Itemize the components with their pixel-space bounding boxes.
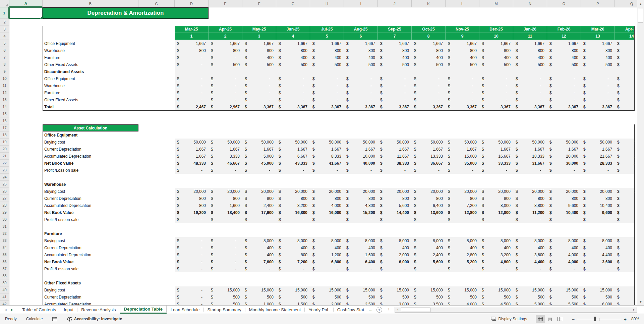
value-cell[interactable]: $- — [615, 89, 635, 96]
value-cell[interactable]: $500 — [344, 293, 378, 301]
value-cell[interactable]: $- — [209, 167, 242, 174]
column-header-M[interactable]: M — [479, 0, 513, 7]
value-cell[interactable]: $8,000 — [547, 237, 581, 244]
value-cell[interactable]: $- — [547, 216, 581, 223]
value-cell[interactable]: $48,333 — [175, 160, 209, 167]
value-cell[interactable]: $2,400 — [412, 251, 446, 258]
value-cell[interactable]: $- — [412, 216, 446, 223]
value-cell[interactable]: $7,200 — [446, 202, 479, 209]
value-cell[interactable]: $1,667 — [242, 40, 276, 47]
value-cell[interactable]: $400 — [615, 54, 635, 61]
row-header-36[interactable]: 36 — [0, 258, 9, 265]
row-header-23[interactable]: 23 — [0, 167, 9, 174]
month-header-cell[interactable]: Feb-26 — [547, 26, 581, 33]
row-header-12[interactable]: 12 — [0, 89, 9, 96]
value-cell[interactable]: $- — [615, 265, 635, 272]
value-cell[interactable]: $800 — [615, 195, 635, 202]
value-cell[interactable]: $1,667 — [276, 40, 310, 47]
empty-cell[interactable] — [138, 139, 175, 146]
value-cell[interactable]: $3,600 — [513, 251, 547, 258]
value-cell[interactable]: $500 — [242, 61, 276, 68]
value-cell[interactable]: $- — [242, 82, 276, 89]
value-cell[interactable] — [378, 131, 412, 139]
value-cell[interactable]: $- — [513, 89, 547, 96]
row-label-cell[interactable]: Warehouse — [43, 47, 138, 54]
row-header-8[interactable]: 8 — [0, 61, 9, 68]
value-cell[interactable]: $- — [175, 293, 209, 301]
value-cell[interactable]: $- — [175, 216, 209, 223]
value-cell[interactable]: $- — [479, 75, 513, 82]
value-cell[interactable]: $41,667 — [310, 160, 344, 167]
empty-cell[interactable] — [138, 293, 175, 301]
empty-cell[interactable] — [138, 146, 175, 153]
sheet-tab-depreciation-table[interactable]: Depreciation Table — [120, 306, 167, 314]
macro-record-icon[interactable] — [52, 317, 57, 321]
empty-cell[interactable] — [9, 153, 43, 160]
value-cell[interactable] — [581, 279, 615, 286]
value-cell[interactable]: $3,367 — [276, 103, 310, 110]
row-header-10[interactable]: 10 — [0, 75, 9, 82]
value-cell[interactable]: $35,000 — [446, 160, 479, 167]
value-cell[interactable] — [615, 68, 635, 75]
value-cell[interactable]: $800 — [547, 47, 581, 54]
value-cell[interactable]: $6,000 — [378, 258, 412, 265]
value-cell[interactable]: $- — [209, 89, 242, 96]
value-cell[interactable]: $- — [581, 167, 615, 174]
row-label-cell[interactable]: Net Book Value — [43, 160, 138, 167]
value-cell[interactable]: $1,667 — [581, 146, 615, 153]
value-cell[interactable]: $13,600 — [412, 209, 446, 216]
column-header-I[interactable]: I — [344, 0, 378, 7]
value-cell[interactable]: $20,000 — [175, 188, 209, 195]
value-cell[interactable]: $2,967 — [209, 103, 242, 110]
month-number-cell[interactable]: 9 — [446, 33, 479, 40]
value-cell[interactable]: $50,000 — [175, 139, 209, 146]
empty-cell[interactable] — [138, 75, 175, 82]
value-cell[interactable] — [547, 279, 581, 286]
value-cell[interactable]: $15,000 — [242, 286, 276, 293]
value-cell[interactable]: $8,000 — [378, 237, 412, 244]
month-header-cell[interactable]: May-25 — [242, 26, 276, 33]
row-header-13[interactable]: 13 — [0, 96, 9, 103]
value-cell[interactable]: $- — [615, 216, 635, 223]
value-cell[interactable]: $400 — [344, 54, 378, 61]
value-cell[interactable]: $- — [446, 75, 479, 82]
value-cell[interactable] — [446, 230, 479, 237]
value-cell[interactable]: $800 — [446, 47, 479, 54]
value-cell[interactable]: $- — [242, 75, 276, 82]
value-cell[interactable]: $400 — [378, 54, 412, 61]
value-cell[interactable]: $- — [175, 265, 209, 272]
value-cell[interactable]: $3,600 — [581, 258, 615, 265]
empty-cell[interactable] — [9, 103, 43, 110]
value-cell[interactable]: $15,200 — [344, 209, 378, 216]
value-cell[interactable] — [378, 230, 412, 237]
value-cell[interactable]: $12,000 — [479, 209, 513, 216]
value-cell[interactable]: $6,800 — [310, 258, 344, 265]
value-cell[interactable]: $4,400 — [513, 258, 547, 265]
value-cell[interactable]: $4,000 — [310, 202, 344, 209]
value-cell[interactable]: $- — [479, 265, 513, 272]
value-cell[interactable]: $- — [378, 96, 412, 103]
value-cell[interactable]: $- — [547, 82, 581, 89]
value-cell[interactable]: $45,000 — [242, 160, 276, 167]
value-cell[interactable]: $3,200 — [479, 251, 513, 258]
value-cell[interactable]: $- — [242, 167, 276, 174]
value-cell[interactable] — [581, 181, 615, 188]
month-header-cell[interactable]: Oct-25 — [412, 26, 446, 33]
value-cell[interactable]: $800 — [310, 47, 344, 54]
value-cell[interactable]: $3,367 — [479, 103, 513, 110]
row-label-cell[interactable]: Office Equipment — [43, 40, 138, 47]
value-cell[interactable]: $- — [344, 167, 378, 174]
value-cell[interactable] — [513, 68, 547, 75]
value-cell[interactable]: $20,000 — [310, 188, 344, 195]
value-cell[interactable]: $1,000 — [242, 301, 276, 305]
empty-cell[interactable] — [138, 251, 175, 258]
empty-cell[interactable] — [9, 40, 43, 47]
row-label-cell[interactable]: Current Depreciation — [43, 293, 138, 301]
row-header-29[interactable]: 29 — [0, 209, 9, 216]
value-cell[interactable]: $11,200 — [615, 202, 635, 209]
empty-cell[interactable] — [43, 33, 138, 40]
value-cell[interactable]: $8,000 — [310, 237, 344, 244]
value-cell[interactable]: $8,000 — [412, 237, 446, 244]
value-cell[interactable]: $1,667 — [378, 40, 412, 47]
value-cell[interactable] — [378, 279, 412, 286]
